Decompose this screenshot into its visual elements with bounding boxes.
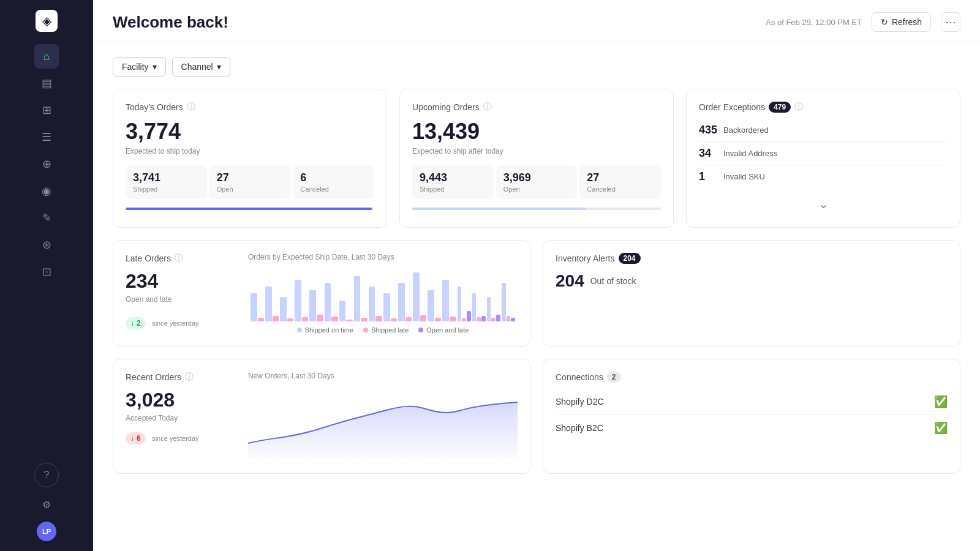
facility-filter[interactable]: Facility ▾ xyxy=(113,57,166,77)
sidebar-item-shipping[interactable]: ⊡ xyxy=(34,260,59,284)
bar-shipped xyxy=(309,290,316,321)
bar-late xyxy=(491,318,496,321)
bar-shipped xyxy=(472,293,477,321)
connection-shopify-d2c: Shopify D2C ✅ xyxy=(556,389,948,415)
bar-open xyxy=(481,316,486,321)
sidebar: ◈ ⌂ ▤ ⊞ ☰ ⊕ ◉ ✎ ⊛ ⊡ ? ⚙ LP xyxy=(0,0,93,551)
legend-dot xyxy=(297,328,302,332)
expand-button[interactable]: ⌄ xyxy=(699,193,948,215)
exception-label: Backordered xyxy=(723,126,769,135)
progress-bar xyxy=(126,208,372,210)
legend-label: Shipped on time xyxy=(305,326,354,334)
stat-canceled: 6 Canceled xyxy=(293,165,374,199)
late-orders-right: Orders by Expected Ship Date, Last 30 Da… xyxy=(248,253,518,334)
late-orders-left: Late Orders ⓘ 234 Open and late ↓ 2 sinc… xyxy=(126,253,248,334)
stat-open: 27 Open xyxy=(209,165,291,199)
upcoming-orders-stats: 9,443 Shipped 3,969 Open 27 Canceled xyxy=(412,165,661,199)
channel-filter[interactable]: Channel ▾ xyxy=(172,57,230,77)
bar-group xyxy=(502,266,515,321)
sidebar-item-tools[interactable]: ✎ xyxy=(34,206,59,230)
middle-row: Late Orders ⓘ 234 Open and late ↓ 2 sinc… xyxy=(113,240,960,347)
bar-late xyxy=(287,318,294,321)
delta-badge: ↓ 6 xyxy=(126,432,146,444)
info-icon[interactable]: ⓘ xyxy=(175,253,183,264)
shipped-num: 3,741 xyxy=(133,171,200,184)
bar-group xyxy=(458,266,471,321)
upcoming-orders-title: Upcoming Orders ⓘ xyxy=(412,102,661,113)
bar-open xyxy=(496,315,500,321)
bar-shipped xyxy=(487,297,491,321)
sidebar-item-warehouse[interactable]: ⊞ xyxy=(34,98,59,122)
bar-group xyxy=(472,266,486,321)
info-icon[interactable]: ⓘ xyxy=(185,372,194,383)
bar-late xyxy=(477,317,481,321)
sidebar-item-orders[interactable]: ▤ xyxy=(34,71,59,96)
more-icon: ⋯ xyxy=(945,15,956,29)
exception-invalid-address: 34 Invalid Address xyxy=(699,142,948,165)
sidebar-item-globe[interactable]: ◉ xyxy=(34,179,59,203)
facility-label: Facility xyxy=(122,62,149,72)
exception-invalid-sku: 1 Invalid SKU xyxy=(699,165,948,188)
sidebar-item-analytics[interactable]: ⊕ xyxy=(34,152,59,176)
bar-shipped xyxy=(280,297,287,321)
avatar[interactable]: LP xyxy=(37,522,56,541)
inventory-badge: 204 xyxy=(619,253,641,264)
progress-bar xyxy=(412,208,586,210)
bar-late xyxy=(302,317,309,321)
delta-badge: ↓ 2 xyxy=(126,317,146,329)
bar-late xyxy=(375,316,382,321)
refresh-button[interactable]: ↻ Refresh xyxy=(872,12,931,32)
shipped-label: Shipped xyxy=(133,186,200,193)
connections-card: Connections 2 Shopify D2C ✅ Shopify B2C … xyxy=(543,359,960,474)
logo: ◈ xyxy=(36,10,58,32)
recent-orders-subtitle: Accepted Today xyxy=(126,414,248,422)
chevron-down-icon: ▾ xyxy=(217,62,221,72)
delta-suffix: since yesterday xyxy=(152,435,198,442)
connections-title: Connections 2 xyxy=(556,372,948,383)
more-options-button[interactable]: ⋯ xyxy=(941,12,960,32)
exception-label: Invalid Address xyxy=(723,149,777,158)
sidebar-item-help[interactable]: ? xyxy=(34,463,59,487)
inventory-alerts-title: Inventory Alerts 204 xyxy=(556,253,948,264)
info-icon[interactable]: ⓘ xyxy=(187,102,195,113)
sidebar-item-home[interactable]: ⌂ xyxy=(34,44,59,69)
sidebar-item-integrations[interactable]: ⊛ xyxy=(34,233,59,257)
sidebar-item-tasks[interactable]: ☰ xyxy=(34,125,59,149)
legend-label: Open and late xyxy=(426,326,469,334)
info-icon[interactable]: ⓘ xyxy=(794,102,803,113)
bar-late xyxy=(420,315,427,321)
sidebar-item-settings[interactable]: ⚙ xyxy=(34,492,59,517)
bar-late xyxy=(258,318,265,321)
bar-group xyxy=(354,266,368,321)
canceled-label: Canceled xyxy=(587,186,654,193)
open-label: Open xyxy=(217,186,284,193)
delta-suffix: since yesterday xyxy=(152,320,198,327)
late-orders-subtitle: Open and late xyxy=(126,295,248,304)
legend-shipped-late: Shipped late xyxy=(363,326,409,334)
upcoming-orders-card: Upcoming Orders ⓘ 13,439 Expected to shi… xyxy=(399,89,674,228)
header-right: As of Feb 29, 12:00 PM ET ↻ Refresh ⋯ xyxy=(766,12,960,32)
upcoming-orders-subtitle: Expected to ship after today xyxy=(412,147,661,156)
bar-late xyxy=(462,318,466,321)
order-exceptions-title: Order Exceptions 479 ⓘ xyxy=(699,102,948,113)
bar-group xyxy=(442,266,456,321)
info-icon[interactable]: ⓘ xyxy=(483,102,492,113)
refresh-icon: ↻ xyxy=(881,17,888,27)
recent-orders-right: New Orders, Last 30 Days xyxy=(248,372,518,461)
upcoming-orders-number: 13,439 xyxy=(412,119,661,144)
top-cards-row: Today's Orders ⓘ 3,774 Expected to ship … xyxy=(113,89,960,228)
todays-orders-stats: 3,741 Shipped 27 Open 6 Canceled xyxy=(126,165,374,199)
stat-canceled: 27 Canceled xyxy=(579,165,661,199)
chart-legend: Shipped on time Shipped late Open and la… xyxy=(248,326,518,334)
bar-group xyxy=(487,266,500,321)
open-num: 27 xyxy=(217,171,284,184)
exceptions-list: 435 Backordered 34 Invalid Address 1 Inv… xyxy=(699,119,948,188)
bar-late xyxy=(346,320,353,321)
bar-group xyxy=(413,266,426,321)
bar-group xyxy=(325,266,338,321)
legend-shipped-on-time: Shipped on time xyxy=(297,326,354,334)
open-num: 3,969 xyxy=(503,171,570,184)
bar-shipped xyxy=(251,293,257,321)
bar-late xyxy=(405,317,412,321)
recent-orders-card: Recent Orders ⓘ 3,028 Accepted Today ↓ 6… xyxy=(113,359,530,474)
